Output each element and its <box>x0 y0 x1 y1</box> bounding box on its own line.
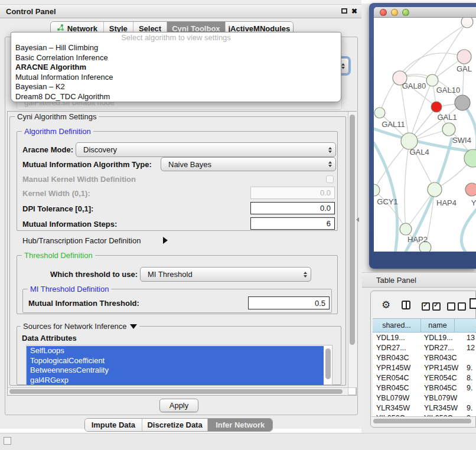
algorithm-option[interactable]: ARACNE Algorithm <box>11 63 341 73</box>
network-edge <box>405 141 409 229</box>
algorithm-option[interactable]: Basic Correlation Inference <box>11 53 341 63</box>
float-window-icon[interactable] <box>341 8 347 14</box>
table-cell: YDL19... <box>424 333 453 343</box>
tab-infer-network[interactable]: Infer Network <box>208 419 272 431</box>
dpi-tolerance-label: DPI Tolerance [0,1]: <box>22 204 93 213</box>
node-top[interactable] <box>461 18 473 28</box>
which-threshold-combo[interactable]: MI Threshold <box>140 267 311 282</box>
split-divider-arrow[interactable] <box>356 217 359 222</box>
mi-threshold-field[interactable]: 0.5 <box>248 296 330 309</box>
table-cell: 13 <box>467 333 475 343</box>
table-row[interactable]: YBR043CYBR043C <box>373 353 476 363</box>
control-panel-header: Control Panel <box>0 4 361 18</box>
table-cell: YBL079W <box>424 393 457 403</box>
table-cell: YLR345W <box>376 403 410 413</box>
algorithm-option[interactable]: Bayesian – K2 <box>11 82 341 92</box>
panel-toggle-icon[interactable] <box>4 437 11 445</box>
manual-kernel-checkbox[interactable] <box>326 175 334 183</box>
mi-steps-field[interactable]: 6 <box>250 217 335 230</box>
mi-steps-label: Mutual Information Steps: <box>22 220 117 229</box>
algorithm-option[interactable]: Bayesian – Hill Climbing <box>11 43 341 53</box>
close-traffic-light[interactable] <box>380 9 387 16</box>
group-title: Cyni Algorithm Settings <box>15 112 99 121</box>
network-edge <box>374 190 406 229</box>
apply-button[interactable]: Apply <box>159 399 198 412</box>
list-scrollbar-thumb[interactable] <box>325 348 331 379</box>
algorithm-option[interactable]: Dream8 DC_TDC Algorithm <box>11 92 341 102</box>
table-row[interactable]: YPR145WYPR145W9. <box>373 363 476 373</box>
hub-section-label: Hub/Transcription Factor Definition <box>22 236 141 245</box>
algorithm-option[interactable]: Mutual Information Inference <box>11 73 341 83</box>
mi-type-value: Naive Bayes <box>161 158 211 171</box>
attribute-list-item[interactable]: SelfLoops <box>27 346 324 356</box>
node-gal1-red[interactable] <box>431 102 442 112</box>
settings-vertical-scrollbar <box>348 112 357 387</box>
table-cell: YDR27... <box>376 343 406 353</box>
column-header[interactable]: name <box>421 319 455 332</box>
node-hap4[interactable] <box>428 182 442 197</box>
node-big-green[interactable] <box>464 149 476 167</box>
node-salmon[interactable] <box>465 183 476 196</box>
dpi-tolerance-field[interactable]: 0.0 <box>250 202 335 214</box>
attribute-list-item[interactable]: TopologicalCoefficient <box>27 356 324 366</box>
combo-steppers-icon <box>325 144 334 156</box>
node-gal10[interactable] <box>426 74 438 86</box>
data-attributes-label: Data Attributes <box>20 334 79 343</box>
table-row[interactable]: YLR345WYLR345W9. <box>373 403 476 413</box>
node-swi4[interactable] <box>442 123 455 136</box>
scrollbar-corner <box>348 387 356 395</box>
table-row[interactable]: YBL079WYBL079W <box>373 393 476 403</box>
select-all-checkboxes-icon[interactable] <box>422 302 441 311</box>
table-panel-header: Table Panel <box>362 272 476 288</box>
manual-kernel-label: Manual Kernel Width Definition <box>22 175 136 184</box>
node-gal11[interactable] <box>374 107 385 118</box>
zoom-traffic-light[interactable] <box>402 9 409 16</box>
network-canvas[interactable]: GALGAL80GAL10GAL1GAL11SWI4GAL4GCY1HAP4YH… <box>374 18 476 252</box>
table-cell: 9. <box>467 383 472 393</box>
table-cell: 9. <box>467 403 472 413</box>
dropdown-prompt: Select algorithm to view settings <box>11 32 341 43</box>
columns-icon[interactable] <box>402 301 410 309</box>
attribute-list-item[interactable]: gal4RGexp <box>27 376 324 386</box>
attribute-list-item[interactable]: BetweennessCentrality <box>27 366 324 376</box>
mi-type-combo[interactable]: Naive Bayes <box>161 157 336 171</box>
network-window-titlebar[interactable] <box>374 7 476 18</box>
data-attributes-list: SelfLoopsTopologicalCoefficientBetweenne… <box>26 345 332 385</box>
expand-arrow-icon[interactable] <box>163 237 168 244</box>
deselect-all-checkboxes-icon[interactable] <box>447 302 466 311</box>
collapse-arrow-icon[interactable] <box>130 324 137 329</box>
column-header[interactable]: shared... <box>373 319 421 332</box>
node-gray[interactable] <box>455 95 470 110</box>
gear-icon[interactable]: ⚙ <box>382 300 390 310</box>
table-header: shared...nameA <box>373 318 476 332</box>
tab-label: Impute Data <box>92 420 135 429</box>
table-cell: YPR145W <box>424 363 458 373</box>
table-row[interactable]: YER054CYER054C8. <box>373 373 476 383</box>
file-icon[interactable] <box>470 298 476 309</box>
node-hap2[interactable] <box>400 223 412 235</box>
table-row[interactable]: YDR27...YDR27...12 <box>373 343 476 353</box>
node-gal4[interactable] <box>401 133 418 149</box>
table-cell: 9. <box>467 363 472 373</box>
scrollbar-thumb[interactable] <box>350 115 355 345</box>
minimize-traffic-light[interactable] <box>391 9 398 16</box>
aracne-mode-combo[interactable]: Discovery <box>76 142 336 157</box>
table-row[interactable]: YBR045CYBR045C9. <box>373 383 476 393</box>
settings-horizontal-scrollbar <box>8 387 348 395</box>
column-header[interactable]: A <box>455 319 476 332</box>
scrollbar-thumb[interactable] <box>9 389 343 394</box>
tab-impute-data[interactable]: Impute Data <box>85 419 142 431</box>
table-cell: YBL079W <box>376 393 409 403</box>
node-gal-cut[interactable] <box>457 50 471 64</box>
table-cell: YER054C <box>424 373 457 383</box>
tab-label: Infer Network <box>216 420 265 429</box>
close-icon[interactable]: ✖ <box>351 8 357 15</box>
node-label: GAL80 <box>402 81 426 90</box>
table-row[interactable]: YDL19...YDL19...13 <box>373 333 476 343</box>
node-label: GAL10 <box>436 86 460 94</box>
scrollbar-thumb[interactable] <box>373 419 471 423</box>
tab-discretize-data[interactable]: Discretize Data <box>142 419 208 431</box>
kernel-width-field[interactable]: 0.0 <box>250 187 335 199</box>
mi-type-label: Mutual Information Algorithm Type: <box>22 160 152 169</box>
aracne-mode-value: Discovery <box>76 143 117 156</box>
